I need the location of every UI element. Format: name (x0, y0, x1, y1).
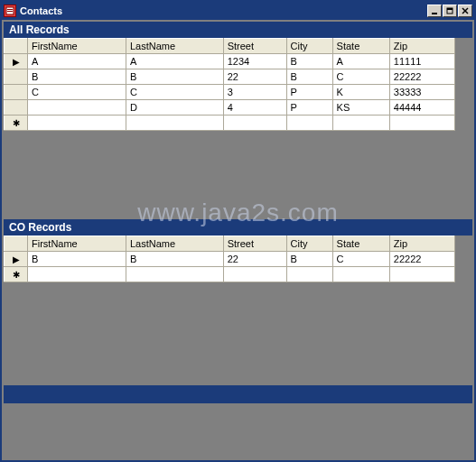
col-zip[interactable]: Zip (389, 39, 454, 54)
grid-wrap-co: FirstName LastName Street City State Zip… (4, 236, 472, 282)
svg-rect-5 (447, 8, 453, 10)
cell[interactable] (223, 116, 286, 131)
app-icon (4, 5, 16, 17)
bottom-bar (4, 385, 472, 403)
row-header[interactable] (5, 100, 28, 116)
row-header-corner[interactable] (5, 236, 28, 252)
col-street[interactable]: Street (223, 39, 286, 54)
cell[interactable]: KS (332, 100, 389, 116)
cell[interactable] (286, 267, 332, 282)
app-window: Contacts All Records FirstName LastName … (0, 0, 476, 462)
cell[interactable] (126, 267, 223, 282)
cell[interactable]: A (126, 54, 223, 69)
cell[interactable]: C (28, 85, 126, 100)
cell[interactable]: 4 (223, 100, 286, 116)
cell[interactable]: A (28, 54, 126, 69)
table-row[interactable]: D4PKS44444 (5, 100, 455, 116)
cell[interactable]: B (28, 252, 126, 267)
new-row-indicator-icon: ✱ (13, 118, 20, 128)
row-header[interactable]: ▶ (5, 252, 28, 267)
table-row[interactable]: ✱ (5, 116, 455, 131)
cell[interactable]: P (286, 85, 332, 100)
cell[interactable]: B (126, 252, 223, 267)
cell[interactable]: C (126, 85, 223, 100)
cell[interactable]: P (286, 100, 332, 116)
cell[interactable]: 44444 (389, 100, 454, 116)
client-area: All Records FirstName LastName Street Ci… (2, 20, 474, 460)
cell[interactable]: 22222 (389, 69, 454, 85)
row-header-corner[interactable] (5, 39, 28, 54)
cell[interactable]: 33333 (389, 85, 454, 100)
col-state[interactable]: State (332, 39, 389, 54)
table-row[interactable]: ✱ (5, 267, 455, 282)
table-row[interactable]: BB22BC22222 (5, 69, 455, 85)
window-buttons (427, 5, 472, 17)
cell[interactable]: 22222 (389, 252, 454, 267)
cell[interactable]: B (286, 252, 332, 267)
maximize-button[interactable] (443, 5, 457, 17)
grid-wrap-all: FirstName LastName Street City State Zip… (4, 38, 472, 131)
cell[interactable] (28, 100, 126, 116)
grid-body-all: ▶AA1234BA11111BB22BC22222CC3PK33333D4PKS… (5, 54, 455, 131)
cell[interactable] (223, 267, 286, 282)
close-button[interactable] (458, 5, 472, 17)
svg-rect-3 (432, 13, 437, 14)
col-lastname[interactable]: LastName (126, 236, 223, 252)
col-lastname[interactable]: LastName (126, 39, 223, 54)
panel-co-records: CO Records FirstName LastName Street Cit… (4, 219, 472, 382)
current-row-indicator-icon: ▶ (13, 254, 20, 264)
row-header[interactable]: ✱ (5, 116, 28, 131)
datagrid-co[interactable]: FirstName LastName Street City State Zip… (4, 236, 455, 282)
table-row[interactable]: ▶AA1234BA11111 (5, 54, 455, 69)
cell[interactable] (28, 116, 126, 131)
cell[interactable] (286, 116, 332, 131)
col-zip[interactable]: Zip (389, 236, 454, 252)
cell[interactable]: B (286, 54, 332, 69)
table-row[interactable]: CC3PK33333 (5, 85, 455, 100)
cell[interactable] (389, 116, 454, 131)
header-row: FirstName LastName Street City State Zip (5, 236, 455, 252)
cell[interactable]: C (332, 69, 389, 85)
panel-header-all: All Records (4, 22, 472, 38)
col-firstname[interactable]: FirstName (28, 236, 126, 252)
panel-all-records: All Records FirstName LastName Street Ci… (4, 22, 472, 216)
cell[interactable] (28, 267, 126, 282)
col-state[interactable]: State (332, 236, 389, 252)
table-row[interactable]: ▶BB22BC22222 (5, 252, 455, 267)
row-header[interactable] (5, 69, 28, 85)
svg-rect-1 (7, 9, 13, 10)
cell[interactable]: B (28, 69, 126, 85)
row-header[interactable]: ✱ (5, 267, 28, 282)
cell[interactable]: 22 (223, 252, 286, 267)
col-city[interactable]: City (286, 236, 332, 252)
cell[interactable]: 11111 (389, 54, 454, 69)
cell[interactable]: B (286, 69, 332, 85)
panel-header-co: CO Records (4, 219, 472, 236)
cell[interactable]: D (126, 100, 223, 116)
cell[interactable]: 1234 (223, 54, 286, 69)
cell[interactable]: A (332, 54, 389, 69)
cell[interactable]: 3 (223, 85, 286, 100)
row-header[interactable] (5, 85, 28, 100)
cell[interactable]: B (126, 69, 223, 85)
cell[interactable]: C (332, 252, 389, 267)
minimize-button[interactable] (427, 5, 442, 17)
svg-rect-2 (7, 11, 13, 12)
cell[interactable]: K (332, 85, 389, 100)
datagrid-all[interactable]: FirstName LastName Street City State Zip… (4, 38, 455, 131)
title-bar[interactable]: Contacts (2, 2, 474, 20)
header-row: FirstName LastName Street City State Zip (5, 39, 455, 54)
col-street[interactable]: Street (223, 236, 286, 252)
cell[interactable] (389, 267, 454, 282)
cell[interactable]: 22 (223, 69, 286, 85)
window-title: Contacts (20, 5, 427, 16)
new-row-indicator-icon: ✱ (13, 270, 20, 280)
cell[interactable] (332, 116, 389, 131)
col-city[interactable]: City (286, 39, 332, 54)
cell[interactable] (126, 116, 223, 131)
current-row-indicator-icon: ▶ (13, 57, 20, 67)
grid-body-co: ▶BB22BC22222✱ (5, 252, 455, 282)
col-firstname[interactable]: FirstName (28, 39, 126, 54)
row-header[interactable]: ▶ (5, 54, 28, 69)
cell[interactable] (332, 267, 389, 282)
